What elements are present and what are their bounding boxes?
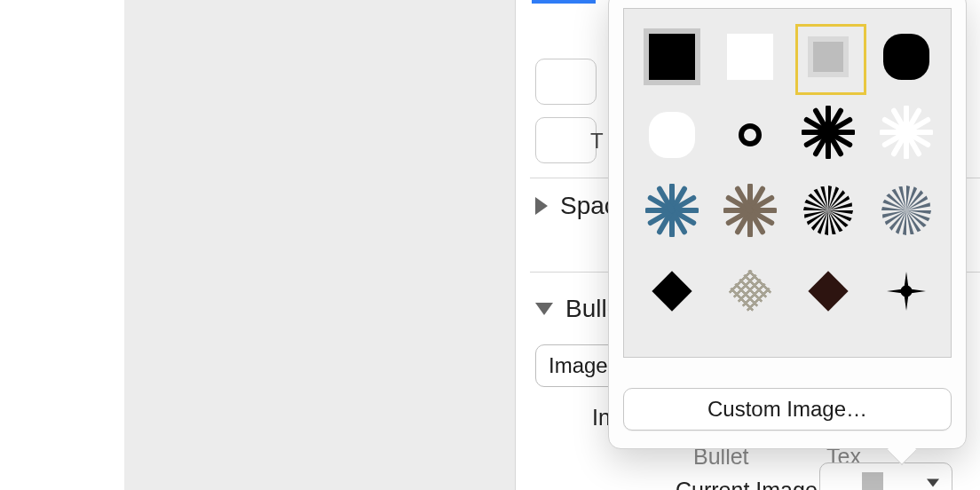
bullet-option-pinwheel-black[interactable]: [800, 185, 857, 241]
bullet-option-scribble-diamond[interactable]: [722, 263, 778, 320]
bullet-option-black-clover[interactable]: [878, 28, 935, 85]
bullet-option-black-square[interactable]: [644, 28, 700, 85]
text-field-glyph: T: [590, 129, 604, 154]
bullet-option-triangle-up[interactable]: [644, 341, 700, 358]
bullet-option-white-clover[interactable]: [644, 107, 700, 163]
bullet-option-starburst-black[interactable]: [800, 107, 857, 163]
current-image-swatch: [862, 472, 883, 490]
bullet-option-starburst-taupe[interactable]: [722, 185, 778, 241]
bullet-option-diamond-brown[interactable]: [800, 263, 857, 320]
bullet-option-ring[interactable]: [722, 107, 778, 163]
chevron-down-icon: [535, 303, 553, 315]
custom-image-button[interactable]: Custom Image…: [623, 388, 952, 431]
current-image-label: Current Image:: [676, 478, 824, 490]
document-canvas[interactable]: [124, 0, 515, 490]
image-bullet-popover: Custom Image…: [608, 0, 967, 449]
current-image-dropdown[interactable]: [819, 462, 952, 490]
chevron-down-icon: [927, 479, 939, 487]
format-inspector: T Spac Bulle Image In Bullet Tex Current…: [515, 0, 980, 490]
bullet-option-pinwheel-gray[interactable]: [878, 185, 935, 241]
bullet-option-white-square[interactable]: [722, 28, 778, 85]
text-field-2[interactable]: T: [535, 117, 597, 163]
chevron-right-icon: [535, 197, 548, 215]
text-field-1[interactable]: [535, 59, 597, 105]
bullet-option-starburst-blue[interactable]: [644, 185, 700, 241]
bullet-option-gray-square[interactable]: [800, 28, 857, 85]
popover-tail: [887, 435, 917, 465]
bullet-option-diamond-black[interactable]: [644, 263, 700, 320]
custom-image-label: Custom Image…: [707, 397, 867, 422]
spacing-disclosure[interactable]: Spac: [535, 192, 617, 220]
segmented-control-active[interactable]: [532, 0, 596, 4]
bullet-option-sparkle[interactable]: [878, 263, 935, 320]
bullet-type-value: Image: [549, 353, 608, 378]
bullet-option-starburst-white[interactable]: [878, 107, 935, 163]
bullet-grid: [623, 8, 952, 358]
document-margin: [0, 0, 124, 490]
